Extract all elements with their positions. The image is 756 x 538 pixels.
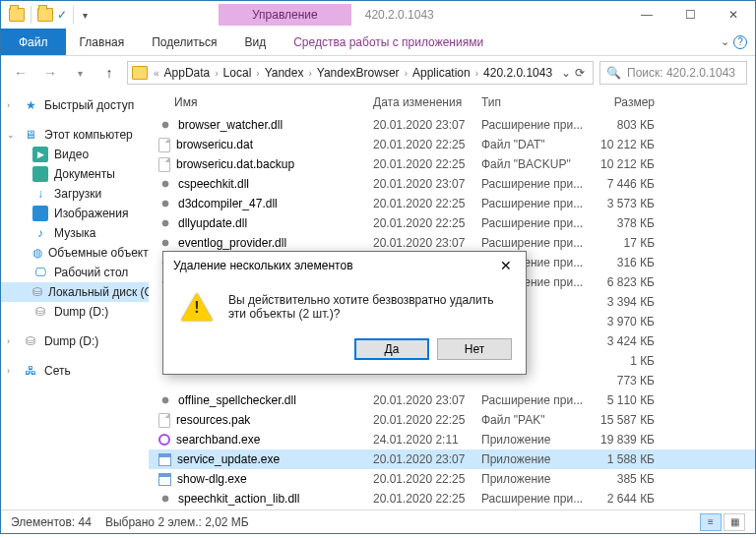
help-icon[interactable]: ? — [733, 35, 747, 49]
table-row[interactable]: dllyupdate.dll20.01.2020 22:25Расширение… — [149, 213, 755, 233]
music-icon: ♪ — [32, 225, 48, 241]
documents-icon — [32, 166, 48, 182]
warning-icon: ! — [181, 293, 213, 321]
video-icon: ▶ — [32, 147, 48, 162]
column-type[interactable]: Тип — [473, 93, 592, 111]
file-icon — [158, 434, 170, 446]
file-icon — [158, 216, 172, 230]
disk-icon: ⛁ — [23, 333, 38, 349]
table-row[interactable]: searchband.exe24.01.2020 2:11Приложение1… — [149, 430, 755, 449]
chevron-down-icon[interactable]: ⌄ — [561, 66, 571, 80]
file-type: Файл "PAK" — [473, 411, 592, 429]
breadcrumb-segment[interactable]: 420.2.0.1043 — [480, 66, 555, 80]
column-name[interactable]: Имя — [149, 93, 365, 111]
details-view-button[interactable]: ≡ — [700, 513, 722, 531]
app-tools-tab[interactable]: Средства работы с приложениями — [280, 29, 497, 55]
table-row[interactable]: service_update.exe20.01.2020 23:07Прилож… — [149, 449, 755, 469]
share-tab[interactable]: Поделиться — [138, 29, 230, 55]
up-button[interactable]: ↑ — [97, 61, 121, 85]
chevron-right-icon[interactable]: › — [473, 68, 480, 79]
refresh-icon[interactable]: ⟳ — [575, 66, 585, 80]
table-row[interactable]: show-dlg.exe20.01.2020 22:25Приложение38… — [149, 469, 755, 489]
breadcrumb-segment[interactable]: Application — [410, 66, 473, 80]
chevron-right-icon[interactable]: › — [306, 68, 313, 79]
table-row[interactable]: d3dcompiler_47.dll20.01.2020 22:25Расшир… — [149, 194, 755, 213]
close-icon[interactable]: ✕ — [496, 258, 516, 273]
maximize-button[interactable]: ☐ — [668, 1, 712, 29]
sidebar-item-3d-objects[interactable]: ◍Объемные объекты — [1, 243, 149, 263]
home-tab[interactable]: Главная — [66, 29, 139, 55]
sidebar-item-dump-d[interactable]: ›⛁Dump (D:) — [1, 331, 149, 351]
file-size: 5 110 КБ — [592, 391, 670, 409]
sidebar-item-quick-access[interactable]: ›★Быстрый доступ — [1, 95, 149, 115]
table-row[interactable]: browsericu.dat.backup20.01.2020 22:25Фай… — [149, 154, 755, 174]
file-date: 20.01.2020 22:25 — [365, 155, 473, 173]
search-input[interactable]: 🔍 Поиск: 420.2.0.1043 — [599, 61, 747, 85]
column-date[interactable]: Дата изменения — [365, 93, 473, 111]
breadcrumb-segment[interactable]: Local — [220, 66, 255, 80]
table-row[interactable]: unpacki.dll20.01.2020 22:25Расширение пр… — [149, 508, 755, 509]
file-size: 773 КБ — [592, 372, 670, 389]
sidebar-item-video[interactable]: ▶Видео — [1, 145, 149, 164]
navigation-pane: ›★Быстрый доступ ⌄🖥Этот компьютер ▶Видео… — [1, 90, 149, 509]
table-row[interactable]: eventlog_provider.dll20.01.2020 23:07Рас… — [149, 233, 755, 253]
file-date: 20.01.2020 23:07 — [365, 234, 473, 252]
back-button[interactable]: ← — [9, 61, 32, 85]
pc-icon: 🖥 — [23, 127, 38, 143]
sidebar-item-desktop[interactable]: 🖵Рабочий стол — [1, 263, 149, 282]
forward-button[interactable]: → — [38, 61, 62, 85]
table-row[interactable]: browser_watcher.dll20.01.2020 23:07Расши… — [149, 115, 755, 135]
column-size[interactable]: Размер — [592, 93, 670, 111]
column-headers: Имя Дата изменения Тип Размер — [149, 90, 755, 115]
file-size: 385 КБ — [592, 470, 670, 488]
sidebar-item-local-disk[interactable]: ⛁Локальный диск (C — [1, 282, 149, 302]
table-row[interactable]: resources.pak20.01.2020 22:25Файл "PAK"1… — [149, 410, 755, 430]
sidebar-item-pictures[interactable]: Изображения — [1, 204, 149, 223]
sidebar-item-music[interactable]: ♪Музыка — [1, 223, 149, 243]
yes-button[interactable]: Да — [354, 338, 429, 360]
dialog-body: ! Вы действительно хотите безвозвратно у… — [163, 279, 526, 338]
file-type: Расширение при... — [473, 175, 592, 193]
file-name: eventlog_provider.dll — [178, 236, 286, 250]
file-name: cspeechkit.dll — [178, 177, 249, 191]
file-name: searchband.exe — [176, 433, 260, 447]
thumbnails-view-button[interactable]: ▦ — [724, 513, 745, 531]
expand-ribbon-icon[interactable]: ⌄ — [717, 35, 733, 48]
file-date: 20.01.2020 22:25 — [365, 195, 473, 212]
table-row[interactable]: speechkit_action_lib.dll20.01.2020 22:25… — [149, 489, 755, 508]
sidebar-item-dump-d[interactable]: ⛁Dump (D:) — [1, 302, 149, 322]
recent-locations-icon[interactable]: ▾ — [68, 61, 92, 85]
view-tab[interactable]: Вид — [230, 29, 280, 55]
folder-icon[interactable] — [9, 8, 25, 22]
address-bar[interactable]: « AppData › Local › Yandex › YandexBrows… — [127, 61, 594, 85]
chevron-down-icon[interactable]: ▾ — [80, 10, 91, 21]
breadcrumb-segment[interactable]: YandexBrowser — [314, 66, 403, 80]
file-type: Файл "DAT" — [473, 136, 592, 153]
file-type: Расширение при... — [473, 391, 592, 409]
table-row[interactable]: browsericu.dat20.01.2020 22:25Файл "DAT"… — [149, 135, 755, 154]
table-row[interactable]: offline_spellchecker.dll20.01.2020 23:07… — [149, 390, 755, 410]
sidebar-item-this-pc[interactable]: ⌄🖥Этот компьютер — [1, 125, 149, 145]
chevron-right-icon[interactable]: › — [403, 68, 410, 79]
checkmark-icon: ✓ — [57, 8, 67, 22]
table-row[interactable]: cspeechkit.dll20.01.2020 23:07Расширение… — [149, 174, 755, 194]
file-tab[interactable]: Файл — [1, 29, 66, 55]
file-type: Приложение — [473, 470, 592, 488]
breadcrumb-segment[interactable]: AppData — [161, 66, 214, 80]
file-type: Расширение при... — [473, 214, 592, 232]
no-button[interactable]: Нет — [437, 338, 512, 360]
file-size: 316 КБ — [592, 254, 670, 271]
sidebar-item-downloads[interactable]: ↓Загрузки — [1, 184, 149, 204]
breadcrumb-segment[interactable]: Yandex — [262, 66, 307, 80]
chevron-right-icon[interactable]: › — [213, 68, 220, 79]
folder-icon[interactable] — [37, 8, 53, 22]
file-type: Расширение при... — [473, 490, 592, 508]
chevron-right-icon[interactable]: « — [152, 68, 161, 79]
sidebar-item-documents[interactable]: Документы — [1, 164, 149, 184]
chevron-right-icon[interactable]: › — [254, 68, 261, 79]
minimize-button[interactable]: — — [625, 1, 668, 29]
dialog-titlebar: Удаление нескольких элементов ✕ — [163, 252, 526, 279]
close-button[interactable]: ✕ — [712, 1, 755, 29]
sidebar-item-network[interactable]: ›🖧Сеть — [1, 361, 149, 381]
window-title: 420.2.0.1043 — [351, 4, 448, 26]
